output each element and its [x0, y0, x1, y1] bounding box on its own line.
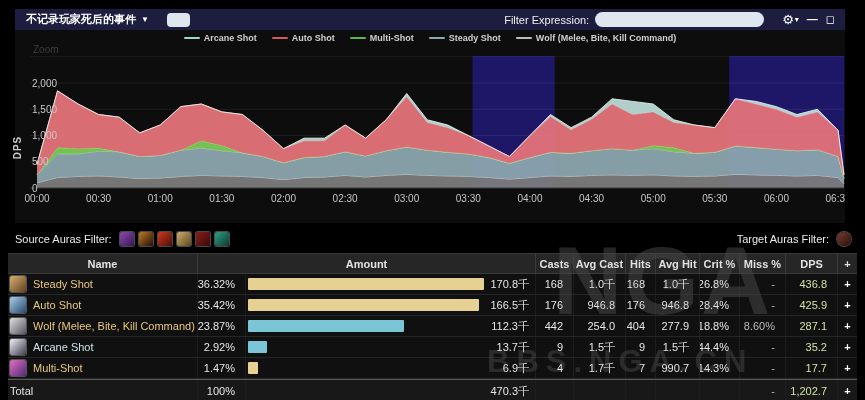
x-tick-label: 05:00 [641, 193, 666, 204]
aura-icon-5[interactable] [196, 232, 210, 246]
hits-cell: 176 [626, 295, 656, 315]
legend-label: Steady Shot [449, 33, 501, 43]
dps-cell: 1,202.7 [786, 380, 838, 400]
x-tick-label: 01:00 [148, 193, 173, 204]
chevron-down-icon: ▼ [141, 15, 149, 24]
maximize-button[interactable]: ◻ [826, 14, 835, 25]
avg-cast-cell [574, 380, 626, 400]
ability-name: Arcane Shot [33, 341, 94, 353]
gear-icon[interactable]: ⚙ [782, 13, 794, 26]
amount-bar [248, 362, 258, 374]
legend-label: Auto Shot [292, 33, 335, 43]
aura-icon-4[interactable] [177, 232, 191, 246]
dps-cell: 425.9 [786, 295, 838, 315]
column-header-casts[interactable]: Casts [536, 254, 574, 273]
expand-row-button[interactable]: + [844, 320, 850, 332]
amount-bar [248, 320, 404, 332]
events-filter-dropdown[interactable]: 不记录玩家死后的事件 ▼ [26, 12, 149, 27]
column-header-dps[interactable]: DPS [786, 254, 838, 273]
expand-cell: + [838, 274, 857, 294]
column-header-[interactable]: + [838, 254, 857, 273]
title-bar: 不记录玩家死后的事件 ▼ Filter Expression: ⚙ ▾ — ◻ [15, 9, 845, 30]
chart-legend: Arcane ShotAuto ShotMulti-ShotSteady Sho… [15, 33, 845, 43]
y-tick-label: 0 [32, 183, 38, 194]
aura-icon-2[interactable] [139, 232, 153, 246]
ability-icon [10, 360, 26, 376]
casts-cell: 442 [536, 316, 574, 336]
amount-value: 112.3千 [485, 319, 529, 334]
amount-bar [248, 278, 484, 290]
avg-hit-cell: 1.5千 [656, 337, 700, 357]
expand-row-button[interactable]: + [844, 299, 850, 311]
x-tick-label: 02:30 [333, 193, 358, 204]
aura-icon-1[interactable] [120, 232, 134, 246]
ability-table: NameAmountCastsAvg CastHitsAvg HitCrit %… [8, 253, 857, 400]
legend-item-1[interactable]: Arcane Shot [184, 33, 257, 43]
dps-area-chart[interactable]: 05001,0001,5002,00000:0000:3001:0001:300… [15, 30, 845, 223]
dps-cell: 436.8 [786, 274, 838, 294]
x-tick-label: 01:30 [209, 193, 234, 204]
table-row[interactable]: Multi-Shot1.47%6.9千41.7千7990.714.3%-17.7… [8, 358, 857, 379]
amount-bar [248, 341, 267, 353]
column-header-amount[interactable]: Amount [198, 254, 536, 273]
gear-caret-icon[interactable]: ▾ [795, 16, 799, 24]
amount-value: 170.8千 [484, 277, 529, 292]
x-tick-label: 05:30 [702, 193, 727, 204]
aura-icon-3[interactable] [158, 232, 172, 246]
ability-icon [10, 318, 26, 334]
table-row[interactable]: Arcane Shot2.92%13.7千91.5千91.5千44.4%-35.… [8, 337, 857, 358]
target-auras-label: Target Auras Filter: [737, 233, 829, 245]
aura-icon-6[interactable] [215, 232, 229, 246]
percent-cell: 35.42% [198, 295, 246, 315]
column-header-avg-cast[interactable]: Avg Cast [574, 254, 626, 273]
ability-icon [10, 339, 26, 355]
table-row[interactable]: Wolf (Melee, Bite, Kill Command)23.87%11… [8, 316, 857, 337]
expand-row-button[interactable]: + [844, 362, 850, 374]
hits-cell: 404 [626, 316, 656, 336]
legend-item-3[interactable]: Multi-Shot [350, 33, 414, 43]
avg-hit-cell: 1.0千 [656, 274, 700, 294]
expand-row-button[interactable]: + [844, 278, 850, 290]
filter-expression-input[interactable] [595, 12, 764, 27]
avg-cast-cell: 254.0 [574, 316, 626, 336]
ability-name: Total [10, 385, 33, 397]
column-header-miss[interactable]: Miss % [740, 254, 786, 273]
column-header-crit[interactable]: Crit % [700, 254, 740, 273]
miss-cell: 8.60% [740, 316, 786, 336]
expand-cell: + [838, 358, 857, 378]
crit-cell: 44.4% [700, 337, 740, 357]
percent-cell: 2.92% [198, 337, 246, 357]
hits-cell: 168 [626, 274, 656, 294]
expand-row-button[interactable]: + [844, 385, 850, 397]
ability-name: Auto Shot [33, 299, 81, 311]
table-row[interactable]: Auto Shot35.42%166.5千176946.8176946.828.… [8, 295, 857, 316]
column-header-hits[interactable]: Hits [626, 254, 656, 273]
avg-cast-cell: 1.0千 [574, 274, 626, 294]
amount-bar-cell: 170.8千 [246, 274, 536, 294]
legend-item-5[interactable]: Wolf (Melee, Bite, Kill Command) [516, 33, 676, 43]
amount-value: 166.5千 [484, 298, 529, 313]
expand-row-button[interactable]: + [844, 341, 850, 353]
percent-cell: 23.87% [198, 316, 246, 336]
x-tick-label: 06:30 [826, 193, 845, 204]
ability-name: Wolf (Melee, Bite, Kill Command) [33, 320, 195, 332]
source-aura-icons [120, 232, 229, 246]
avg-hit-cell [656, 380, 700, 400]
column-header-name[interactable]: Name [8, 254, 198, 273]
column-header-avg-hit[interactable]: Avg Hit [656, 254, 700, 273]
legend-item-2[interactable]: Auto Shot [272, 33, 335, 43]
quick-filter-box[interactable] [167, 13, 190, 27]
amount-bar-cell: 112.3千 [246, 316, 536, 336]
target-aura-icon-1[interactable] [837, 232, 851, 246]
table-total-row[interactable]: Total100%470.3千-1,202.7+ [8, 379, 857, 400]
legend-item-4[interactable]: Steady Shot [429, 33, 501, 43]
dps-cell: 287.1 [786, 316, 838, 336]
avg-cast-cell: 1.7千 [574, 358, 626, 378]
table-row[interactable]: Steady Shot36.32%170.8千1681.0千1681.0千26.… [8, 274, 857, 295]
dps-cell: 35.2 [786, 337, 838, 357]
percent-cell: 100% [198, 380, 246, 400]
crit-cell: 28.4% [700, 295, 740, 315]
casts-cell: 176 [536, 295, 574, 315]
minimize-button[interactable]: — [807, 14, 818, 25]
x-tick-label: 03:30 [456, 193, 481, 204]
